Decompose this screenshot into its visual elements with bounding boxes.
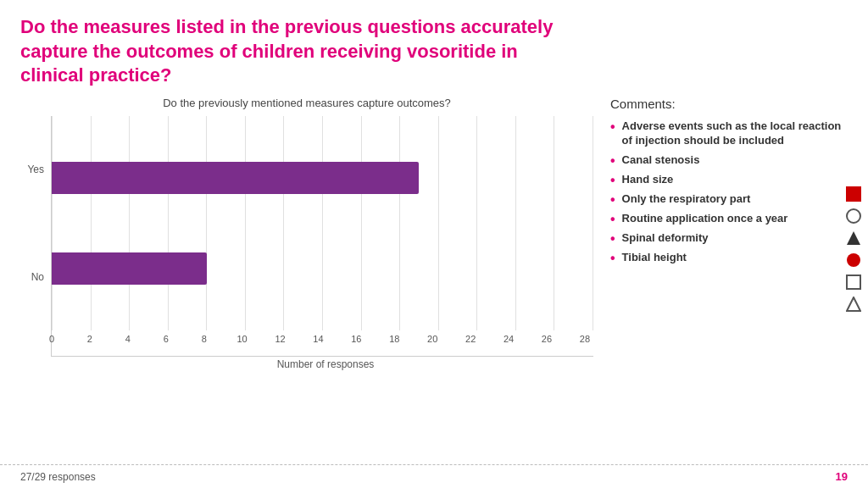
x-label-26: 26 bbox=[538, 334, 555, 344]
red-square-icon bbox=[846, 186, 861, 202]
bar-yes bbox=[52, 162, 419, 194]
x-label-28: 28 bbox=[576, 334, 593, 344]
chart-section: Do the previously mentioned measures cap… bbox=[20, 97, 593, 370]
bullet-icon: • bbox=[610, 174, 615, 187]
bullet-icon: • bbox=[610, 120, 615, 134]
svg-point-1 bbox=[847, 209, 860, 223]
circle-filled-icon bbox=[846, 252, 861, 268]
bullet-icon: • bbox=[610, 232, 615, 246]
bullet-icon: • bbox=[610, 252, 615, 265]
list-item: • Spinal deformity bbox=[610, 231, 848, 246]
svg-point-3 bbox=[847, 253, 860, 267]
bullet-icon: • bbox=[610, 213, 615, 226]
x-label-2: 2 bbox=[81, 334, 98, 344]
comment-list: • Adverse events such as the local react… bbox=[610, 119, 848, 265]
bullet-icon: • bbox=[610, 154, 615, 168]
x-label-14: 14 bbox=[309, 334, 326, 344]
x-label-6: 6 bbox=[158, 334, 175, 344]
chart-plot: 0 2 4 6 8 10 12 14 16 18 20 22 24 26 bbox=[51, 116, 593, 357]
x-label-0: 0 bbox=[43, 334, 60, 344]
x-label-20: 20 bbox=[424, 334, 441, 344]
main-title: Do the measures listed in the previous q… bbox=[0, 0, 868, 97]
x-axis-labels: 0 2 4 6 8 10 12 14 16 18 20 22 24 26 bbox=[52, 330, 593, 356]
right-shapes bbox=[846, 186, 861, 312]
comment-text: Routine application once a year bbox=[622, 212, 788, 226]
comment-text: Only the respiratory part bbox=[622, 192, 751, 207]
list-item: • Hand size bbox=[610, 173, 848, 187]
comment-text: Spinal deformity bbox=[622, 231, 709, 246]
list-item: • Tibial height bbox=[610, 251, 848, 265]
triangle-outline-icon bbox=[846, 297, 861, 312]
x-label-24: 24 bbox=[500, 334, 517, 344]
comment-text: Tibial height bbox=[622, 251, 687, 265]
x-axis-title: Number of responses bbox=[58, 358, 593, 370]
comments-section: Comments: • Adverse events such as the l… bbox=[610, 97, 848, 370]
comment-text: Hand size bbox=[622, 173, 674, 187]
x-label-16: 16 bbox=[348, 334, 364, 344]
circle-outline-icon bbox=[846, 208, 861, 224]
x-label-18: 18 bbox=[386, 334, 403, 344]
x-label-4: 4 bbox=[120, 334, 136, 344]
footer: 27/29 responses 19 bbox=[0, 464, 868, 488]
svg-marker-5 bbox=[847, 297, 860, 311]
responses-label: 27/29 responses bbox=[20, 471, 96, 483]
y-axis-labels: Yes No bbox=[20, 116, 51, 357]
list-item: • Routine application once a year bbox=[610, 212, 848, 226]
comment-text: Adverse events such as the local reactio… bbox=[622, 119, 848, 148]
chart-title: Do the previously mentioned measures cap… bbox=[20, 97, 593, 109]
svg-marker-2 bbox=[847, 231, 860, 245]
list-item: • Adverse events such as the local react… bbox=[610, 119, 848, 148]
list-item: • Canal stenosis bbox=[610, 153, 848, 168]
y-label-yes: Yes bbox=[27, 164, 44, 175]
comment-text: Canal stenosis bbox=[622, 153, 700, 168]
list-item: • Only the respiratory part bbox=[610, 192, 848, 207]
square-outline-icon bbox=[846, 274, 861, 290]
x-label-22: 22 bbox=[462, 334, 479, 344]
triangle-filled-icon bbox=[846, 230, 861, 246]
bullet-icon: • bbox=[610, 193, 615, 207]
bar-row-yes bbox=[52, 157, 593, 199]
page-number: 19 bbox=[836, 470, 848, 483]
bars-area bbox=[52, 116, 593, 330]
bar-row-no bbox=[52, 247, 593, 290]
svg-rect-4 bbox=[847, 275, 860, 289]
x-label-12: 12 bbox=[272, 334, 289, 344]
svg-rect-0 bbox=[846, 186, 861, 202]
chart-container: Yes No bbox=[20, 116, 593, 370]
y-label-no: No bbox=[31, 271, 44, 283]
comments-title: Comments: bbox=[610, 97, 848, 111]
x-label-8: 8 bbox=[196, 334, 213, 344]
x-label-10: 10 bbox=[234, 334, 251, 344]
bar-no bbox=[52, 252, 207, 285]
